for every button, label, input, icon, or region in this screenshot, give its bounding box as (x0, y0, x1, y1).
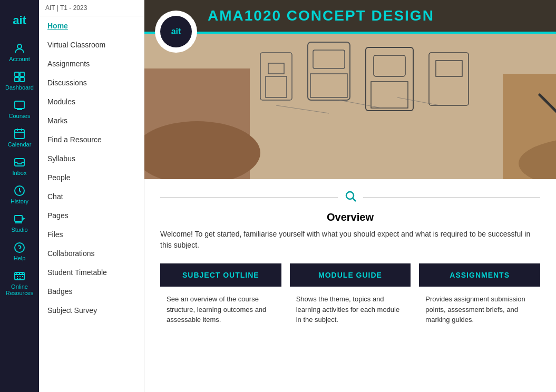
icon-sidebar: ait Account Dashboard Courses (0, 0, 39, 392)
sidebar-item-inbox[interactable]: Inbox (0, 152, 39, 180)
sidebar-item-help[interactable]: Help (0, 237, 39, 266)
card-subject-outline: SUBJECT OUTLINE See an overview of the c… (160, 263, 281, 332)
hero-logo-inner: ait (160, 16, 192, 47)
svg-line-36 (353, 199, 356, 202)
online-resources-icon (13, 270, 26, 282)
studio-label: Studio (11, 227, 27, 233)
svg-rect-5 (15, 77, 19, 82)
svg-rect-4 (20, 72, 24, 76)
nav-item-discussions[interactable]: Discussions (39, 73, 144, 92)
svg-rect-3 (15, 72, 19, 76)
nav-item-find-resource[interactable]: Find a Resource (39, 130, 144, 149)
nav-item-people[interactable]: People (39, 168, 144, 187)
studio-icon (13, 213, 26, 226)
nav-item-files[interactable]: Files (39, 225, 144, 244)
inbox-label: Inbox (13, 170, 27, 176)
app-logo[interactable]: ait (6, 5, 33, 32)
sidebar-item-courses[interactable]: Courses (0, 95, 39, 123)
nav-item-student-timetable[interactable]: Student Timetable (39, 263, 144, 282)
calendar-label: Calendar (8, 141, 32, 148)
card-module-guide: MODULE GUIDE Shows the theme, topics and… (290, 263, 411, 332)
svg-rect-11 (15, 215, 22, 221)
nav-item-collaborations[interactable]: Collaborations (39, 244, 144, 263)
person-icon (13, 42, 26, 55)
svg-rect-8 (15, 130, 24, 139)
hero-title-bar: AMA1020 CONCEPT DESIGN (144, 0, 556, 32)
nav-item-subject-survey[interactable]: Subject Survey (39, 301, 144, 320)
nav-item-assignments[interactable]: Assignments (39, 54, 144, 73)
nav-item-marks[interactable]: Marks (39, 111, 144, 130)
nav-sidebar: AIT | T1 - 2023 Home Virtual Classroom A… (39, 0, 144, 392)
dashboard-label: Dashboard (5, 84, 34, 91)
courses-icon (13, 99, 26, 112)
history-label: History (11, 198, 28, 204)
nav-item-syllabus[interactable]: Syllabus (39, 149, 144, 168)
svg-point-2 (17, 44, 22, 48)
sidebar-item-calendar[interactable]: Calendar (0, 123, 39, 152)
dashboard-icon (13, 71, 26, 83)
card-subject-outline-header[interactable]: SUBJECT OUTLINE (160, 263, 281, 287)
inbox-icon (13, 156, 26, 169)
search-icon (344, 190, 357, 205)
overview-title: Overview (160, 211, 540, 223)
hero-title: AMA1020 CONCEPT DESIGN (208, 7, 548, 24)
svg-rect-7 (15, 101, 24, 109)
nav-item-modules[interactable]: Modules (39, 92, 144, 111)
cards-row: SUBJECT OUTLINE See an overview of the c… (160, 263, 540, 332)
nav-item-home[interactable]: Home (39, 16, 144, 35)
sidebar-item-studio[interactable]: Studio (0, 209, 39, 237)
svg-rect-6 (20, 77, 24, 82)
hero-logo: ait (155, 11, 197, 53)
hero-image: AMA1020 CONCEPT DESIGN ait (144, 0, 556, 179)
breadcrumb: AIT | T1 - 2023 (39, 0, 144, 16)
card-assignments: ASSIGNMENTS Provides assignment submissi… (419, 263, 540, 332)
overview-divider (160, 190, 540, 205)
card-assignments-body: Provides assignment submission points, a… (419, 287, 540, 332)
nav-item-pages[interactable]: Pages (39, 206, 144, 225)
card-module-guide-header[interactable]: MODULE GUIDE (290, 263, 411, 287)
svg-point-35 (346, 192, 354, 199)
nav-item-badges[interactable]: Badges (39, 282, 144, 301)
courses-label: Courses (9, 113, 31, 119)
help-label: Help (14, 255, 26, 261)
nav-item-chat[interactable]: Chat (39, 187, 144, 206)
hero-accent-line (144, 32, 556, 34)
history-icon (13, 184, 26, 197)
overview-section: Overview Welcome! To get started, famili… (144, 179, 556, 343)
sidebar-item-online-resources[interactable]: Online Resources (0, 266, 39, 300)
card-subject-outline-body: See an overview of the course structure,… (160, 287, 281, 332)
card-assignments-header[interactable]: ASSIGNMENTS (419, 263, 540, 287)
nav-item-virtual-classroom[interactable]: Virtual Classroom (39, 35, 144, 54)
overview-text: Welcome! To get started, familiarise you… (160, 229, 540, 251)
calendar-icon (13, 128, 26, 140)
online-resources-label: Online Resources (2, 283, 37, 296)
sidebar-item-dashboard[interactable]: Dashboard (0, 66, 39, 95)
hero-logo-text: ait (171, 27, 181, 36)
help-icon (13, 241, 26, 254)
sidebar-item-account[interactable]: Account (0, 38, 39, 66)
main-content: AMA1020 CONCEPT DESIGN ait Overview Welc… (144, 0, 556, 392)
divider-line-right (363, 197, 541, 198)
account-label: Account (9, 56, 30, 62)
divider-line-left (160, 197, 338, 198)
card-module-guide-body: Shows the theme, topics and learning act… (290, 287, 411, 332)
sidebar-item-history[interactable]: History (0, 180, 39, 209)
svg-text:ait: ait (13, 14, 26, 27)
